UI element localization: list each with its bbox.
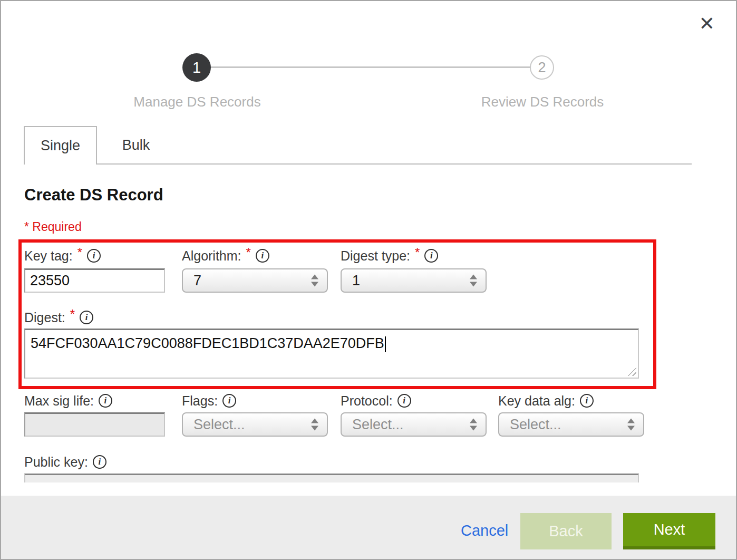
step-1-indicator: 1: [182, 53, 211, 82]
protocol-select[interactable]: Select...: [341, 412, 487, 437]
algorithm-selected-value: 7: [193, 273, 201, 289]
info-icon[interactable]: i: [80, 311, 93, 324]
key-data-alg-label-text: Key data alg:: [498, 393, 575, 409]
required-asterisk: *: [246, 245, 251, 260]
protocol-label: Protocol: i: [341, 393, 411, 409]
digest-value: 54FCF030AA1C79C0088FDEC1BD1C37DAA2E70DFB: [31, 335, 384, 351]
tab-underline: [97, 163, 692, 165]
key-tag-input[interactable]: [24, 268, 165, 293]
flags-label-text: Flags:: [182, 393, 218, 409]
algorithm-select[interactable]: 7: [182, 268, 328, 293]
key-data-alg-label: Key data alg: i: [498, 393, 594, 409]
stepper-connector: [197, 66, 542, 68]
info-icon[interactable]: i: [397, 394, 411, 408]
textarea-resize-handle[interactable]: [627, 366, 636, 376]
flags-select[interactable]: Select...: [182, 412, 328, 437]
select-arrows-icon: [311, 419, 318, 431]
select-arrows-icon: [470, 419, 477, 431]
required-asterisk: *: [77, 245, 82, 260]
info-icon[interactable]: i: [87, 249, 101, 263]
protocol-label-text: Protocol:: [341, 393, 393, 409]
required-asterisk: *: [70, 307, 75, 322]
flags-selected-value: Select...: [193, 417, 245, 433]
tab-single[interactable]: Single: [24, 126, 97, 165]
digest-label-text: Digest:: [24, 310, 65, 325]
key-data-alg-selected-value: Select...: [510, 417, 561, 433]
key-tag-label-text: Key tag:: [24, 248, 73, 264]
digest-type-selected-value: 1: [352, 273, 360, 289]
digest-label: Digest: * i: [24, 310, 93, 325]
info-icon[interactable]: i: [256, 249, 269, 263]
step-2-indicator: 2: [530, 55, 554, 80]
next-button[interactable]: Next: [623, 513, 715, 549]
step-1-label: Manage DS Records: [92, 94, 303, 110]
digest-type-label-text: Digest type:: [341, 248, 410, 264]
back-button[interactable]: Back: [520, 513, 612, 549]
algorithm-label-text: Algorithm:: [182, 248, 241, 264]
protocol-selected-value: Select...: [352, 417, 404, 433]
cancel-button[interactable]: Cancel: [461, 522, 508, 539]
max-sig-life-input[interactable]: [24, 412, 165, 437]
step-2-label: Review DS Records: [437, 94, 648, 110]
info-icon[interactable]: i: [222, 394, 236, 408]
info-icon[interactable]: i: [99, 394, 112, 408]
close-icon[interactable]: ✕: [699, 14, 715, 33]
flags-label: Flags: i: [182, 393, 236, 409]
required-note: * Required: [24, 220, 82, 234]
required-asterisk: *: [415, 245, 420, 260]
select-arrows-icon: [311, 275, 318, 287]
select-arrows-icon: [627, 419, 635, 431]
text-cursor: [385, 336, 386, 352]
public-key-textarea[interactable]: [24, 474, 639, 482]
digest-type-label: Digest type: * i: [341, 248, 438, 264]
info-icon[interactable]: i: [93, 455, 106, 469]
digest-type-select[interactable]: 1: [341, 268, 487, 293]
create-ds-record-dialog: ✕ 1 2 Manage DS Records Review DS Record…: [0, 0, 737, 560]
page-title: Create DS Record: [24, 186, 163, 205]
max-sig-life-label-text: Max sig life:: [24, 393, 94, 409]
public-key-label-text: Public key:: [24, 455, 88, 470]
info-icon[interactable]: i: [424, 249, 438, 263]
info-icon[interactable]: i: [580, 394, 594, 408]
key-tag-label: Key tag: * i: [24, 248, 101, 264]
public-key-label: Public key: i: [24, 454, 106, 470]
digest-textarea[interactable]: 54FCF030AA1C79C0088FDEC1BD1C37DAA2E70DFB: [24, 329, 639, 379]
key-data-alg-select[interactable]: Select...: [498, 412, 644, 437]
select-arrows-icon: [470, 275, 477, 287]
algorithm-label: Algorithm: * i: [182, 248, 269, 264]
tab-bulk[interactable]: Bulk: [97, 126, 175, 165]
max-sig-life-label: Max sig life: i: [24, 393, 112, 409]
